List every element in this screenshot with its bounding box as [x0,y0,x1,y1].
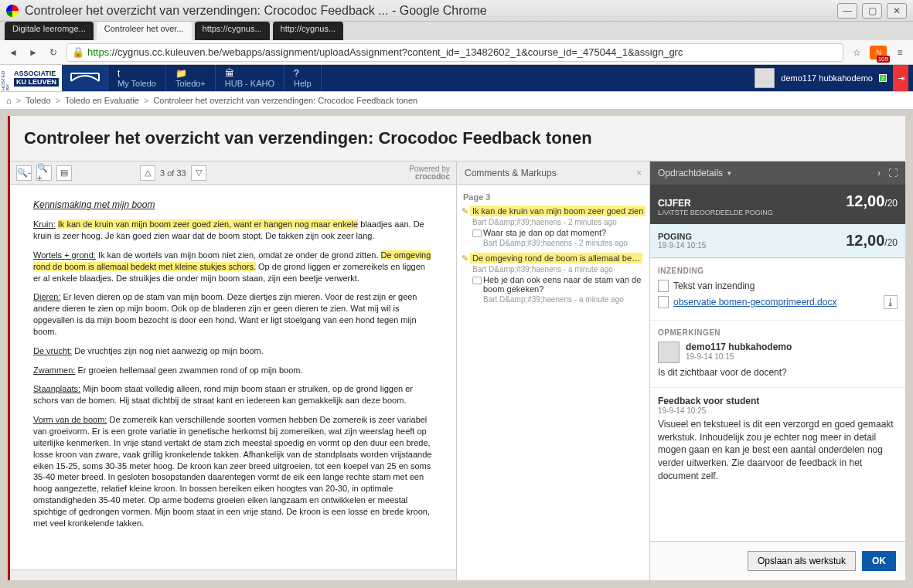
kuleuven-label: KU LEUVEN [14,78,59,87]
back-button[interactable]: ◄ [6,46,20,59]
window-title: Controleer het overzicht van verzendinge… [25,4,837,18]
kuleuven-logo[interactable]: ASSOCIATIEKU LEUVEN [11,65,62,91]
reply-author: Bart D&amp;#39;haenens [483,239,572,247]
comment-time: a minute ago [568,265,613,274]
close-window-button[interactable]: ✕ [887,3,907,19]
remark-timestamp: 19-9-14 10:15 [686,352,792,361]
comment-item[interactable]: ✎Ik kan de kruin van mijn boom zeer goed… [462,206,645,247]
close-comments-button[interactable]: × [636,168,642,178]
comments-list[interactable]: Page 3 ✎Ik kan de kruin van mijn boom ze… [457,185,649,580]
user-avatar[interactable] [755,68,775,88]
comment-reply: Waar sta je dan op dat moment? [472,228,645,237]
url-text: ://cygnus.cc.kuleuven.be/webapps/assignm… [109,46,683,58]
document-icon [658,280,669,292]
grade-value: 12,00 [846,192,884,209]
download-button[interactable]: ⭳ [884,295,898,309]
bridge-icon[interactable] [62,65,108,91]
crocodoc-label: crocodoc [415,172,450,181]
next-page-button[interactable]: ▽ [191,165,206,181]
horizontal-scrollbar[interactable] [10,569,456,580]
doc-label: Kruin: [33,219,56,229]
breadcrumb: ⌂ > Toledo > Toledo en Evaluatie > Contr… [0,91,913,110]
rss-count-badge: 105 [877,56,890,63]
menu-icon[interactable]: ≡ [893,46,907,59]
save-as-work-button[interactable]: Opslaan als werkstuk [748,551,856,571]
feedback-heading: Feedback voor student [658,396,898,406]
feedback-timestamp: 19-9-14 10:25 [658,406,898,415]
help-icon: ? [294,68,299,79]
lock-icon: 🔒 [72,46,84,58]
star-icon[interactable]: ☆ [850,46,864,59]
url-bar[interactable]: 🔒 https://cygnus.cc.kuleuven.be/webapps/… [66,43,843,62]
doc-text: Er groeien hellemaal geen zwammen rond o… [77,365,302,375]
bridge-svg-icon [70,72,100,84]
grade-label: CIJFER [658,198,773,209]
zoom-in-icon[interactable]: 🔍+ [36,165,52,181]
browser-tabs: Digitale leeromge... Controleer het over… [0,22,913,40]
home-icon[interactable]: ⌂ [6,96,12,105]
details-header[interactable]: Opdrachtdetails ▾ › ⛶ [650,161,905,185]
reload-button[interactable]: ↻ [46,46,60,59]
details-title: Opdrachtdetails [658,168,723,178]
browser-tab-active[interactable]: Controleer het over... [97,22,192,40]
building-icon: 🏛 [225,68,234,79]
maximize-button[interactable]: ▢ [862,3,882,19]
comment-item[interactable]: ✎De omgeving rond de boom is allemaal be… [462,253,645,304]
reply-author: Bart D&amp;#39;haenens [483,295,572,304]
remark-avatar [658,342,680,363]
minimize-button[interactable]: — [837,3,857,19]
chrome-favicon [6,5,19,17]
comment-highlight-text: Ik kan de kruin van mijn boom zeer goed … [470,206,646,216]
next-icon[interactable]: › [877,168,881,178]
attempt-timestamp: 19-9-14 10:15 [658,241,706,250]
doc-label: Zwammen: [33,365,75,375]
user-name[interactable]: demo117 hubkahodemo [781,73,873,83]
grade-panel: CIJFER LAATSTE BEOORDEELDE POGING 12,00/… [650,185,905,224]
expand-icon[interactable]: ⛶ [888,168,898,178]
attempt-row[interactable]: POGING 19-9-14 10:15 12,00/20 [650,224,905,258]
breadcrumb-link[interactable]: Toledo en Evaluatie [65,96,139,105]
forward-button[interactable]: ► [26,46,40,59]
doc-text: Mijn boom staat volledig alleen, rond mi… [33,384,413,405]
doc-label: De vrucht: [33,346,72,355]
reply-time: a minute ago [579,295,624,304]
page-fit-icon[interactable]: ▤ [56,165,72,181]
prev-page-button[interactable]: △ [140,165,155,181]
doc-label: Wortels + grond: [33,250,96,260]
nav-label: Toledo+ [175,79,206,88]
comments-header: Comments & Markups × [457,161,649,185]
doc-text: De vruchtjes zijn nog niet aanwezig op m… [74,346,264,355]
breadcrumb-sep: > [16,96,21,105]
ok-button[interactable]: OK [862,551,896,571]
nav-toledo-plus[interactable]: 📁Toledo+ [166,65,216,91]
logout-button[interactable]: ⇥ [893,65,908,91]
submission-file-link[interactable]: observatie bomen-gecomprimeerd.docx [673,297,836,308]
chevron-down-icon: ▾ [727,169,731,177]
rss-icon[interactable]: ℕ 105 [870,46,887,59]
breadcrumb-link[interactable]: Toledo [26,96,50,105]
folder-icon: 📁 [175,68,187,79]
nav-help[interactable]: ?Help [284,65,322,91]
doc-label: Vorm van de boom: [33,415,107,424]
submission-heading: INZENDING [658,267,898,275]
grade-sublabel: LAATSTE BEOORDEELDE POGING [658,209,773,216]
app-navbar: HOSTED BY ASSOCIATIEKU LEUVEN tMy Toledo… [0,65,913,91]
browser-tab[interactable]: https://cygnus... [195,22,270,40]
doc-heading: Kennismaking met mijn boom [33,199,433,211]
nav-my-toledo[interactable]: tMy Toledo [108,65,166,91]
breadcrumb-current: Controleer het overzicht van verzendinge… [153,96,417,105]
t-icon: t [118,68,120,79]
submission-file-row[interactable]: observatie bomen-gecomprimeerd.docx ⭳ [658,295,898,309]
notification-badge[interactable]: 2 [879,74,887,82]
highlight[interactable]: Ik kan de kruin van mijn boom zeer goed … [58,219,358,229]
browser-tab[interactable]: http://cygnus... [273,22,344,40]
zoom-out-icon[interactable]: 🔍- [16,165,32,181]
url-https: https [87,46,109,58]
submission-text-row[interactable]: Tekst van inzending [658,280,898,292]
nav-hub-kaho[interactable]: 🏛HUB - KAHO [216,65,284,91]
document-viewport[interactable]: Kennismaking met mijn boom Kruin: Ik kan… [10,185,456,569]
browser-tab[interactable]: Digitale leeromge... [5,22,94,40]
attempt-label: POGING [658,232,706,241]
hosted-by-label: HOSTED BY [0,65,11,91]
assoc-label: ASSOCIATIE [14,70,59,77]
